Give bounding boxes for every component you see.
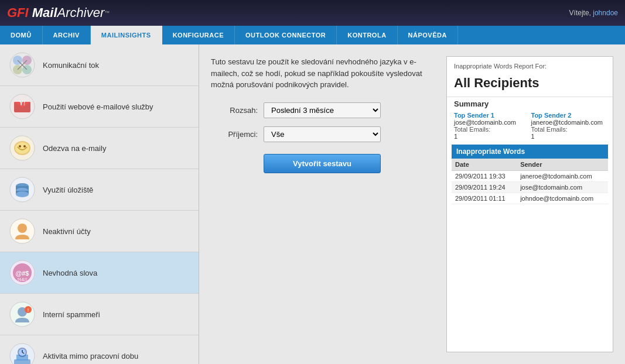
svg-point-14 (19, 145, 21, 147)
table-row: 29/09/2011 19:24jose@tcdomainb.com (452, 182, 608, 193)
table-row: 29/09/2011 01:11johndoe@tcdomainb.com (452, 193, 608, 204)
navigation: Domů Archiv MailInsights Konfigurace Out… (0, 26, 625, 44)
sidebar-item-pouziti-webove[interactable]: Y! Použití webové e-mailové služby (0, 86, 199, 128)
report-title: All Recipients (447, 75, 613, 97)
logo-gfi-text: GFI (7, 5, 29, 20)
recipients-label: Příjemci: (211, 130, 258, 139)
svg-text:@#$: @#$ (16, 270, 29, 277)
svg-text:!: ! (28, 307, 29, 313)
cell-sender: jose@tcdomainb.com (517, 182, 608, 193)
top-sender2-stat: Total Emails: (531, 126, 606, 133)
sidebar-label-nevhodna-slova: Nevhodná slova (43, 269, 97, 277)
cell-date: 29/09/2011 19:33 (452, 171, 517, 182)
content-area: Tuto sestavu lze použít ke sledování nev… (199, 44, 625, 364)
create-report-button[interactable]: Vytvořit sestavu (264, 154, 381, 173)
top-sender2-label: Top Sender 2 (531, 112, 606, 119)
report-preview: Inappropriate Words Report For: All Reci… (446, 56, 613, 352)
report-summary-grid: Top Sender 1 jose@tcdomainb.com Total Em… (447, 112, 613, 145)
col-header-sender: Sender (517, 159, 608, 171)
sidebar-label-uloziste: Využití úložiště (43, 186, 93, 194)
inappropriate-words-section: Inappropriate Words Date Sender 29/09/20… (452, 145, 608, 204)
inactive-icon (9, 218, 36, 245)
top-sender1-label: Top Sender 1 (454, 112, 529, 119)
report-header-text: Inappropriate Words Report For: (447, 57, 613, 75)
top-sender1-stat: Total Emails: (454, 126, 529, 133)
storage-icon (9, 176, 36, 203)
communication-icon (9, 51, 36, 78)
logo: GFI MailArchiver ™ (7, 5, 110, 20)
sidebar-item-uloziste[interactable]: Využití úložiště (0, 169, 199, 211)
cell-date: 29/09/2011 01:11 (452, 193, 517, 204)
top-sender2-block: Top Sender 2 janeroe@tcdomainb.com Total… (531, 112, 606, 140)
svg-text:Y!: Y! (19, 99, 26, 107)
sidebar-item-nevhodna-slova[interactable]: @#$ %&!! Nevhodná slova (0, 252, 199, 294)
logo-tm: ™ (104, 10, 110, 16)
webmail-icon: Y! (9, 93, 36, 120)
recipients-select[interactable]: Vše Vlastní (264, 126, 381, 142)
logo-mail-text: MailArchiver (29, 5, 105, 20)
top-sender2-count: 1 (531, 133, 606, 140)
response-icon (9, 135, 36, 162)
cell-date: 29/09/2011 19:24 (452, 182, 517, 193)
spam-icon: ! (9, 301, 36, 328)
nav-item-kontrola[interactable]: Kontrola (337, 26, 397, 44)
username-link[interactable]: johndoe (593, 9, 618, 17)
logo-gfi: GFI (7, 5, 29, 20)
nav-item-outlook-connector[interactable]: Outlook Connector (235, 26, 337, 44)
cell-sender: janeroe@tcdomainb.com (517, 171, 608, 182)
inappropriate-icon: @#$ %&!! (9, 259, 36, 286)
range-row: Rozsah: Poslední 3 měsíce Poslední měsíc… (211, 102, 435, 118)
svg-point-13 (15, 142, 29, 154)
svg-point-23 (18, 224, 27, 233)
welcome-text: Vítejte, (569, 9, 591, 17)
col-header-date: Date (452, 159, 517, 171)
sidebar-item-odezva[interactable]: Odezva na e-maily (0, 128, 199, 169)
table-row: 29/09/2011 19:33janeroe@tcdomainb.com (452, 171, 608, 182)
top-sender2-email: janeroe@tcdomainb.com (531, 119, 606, 126)
sidebar-item-spammeri[interactable]: ! Interní spammeři (0, 294, 199, 335)
header: GFI MailArchiver ™ Vítejte, johndoe (0, 0, 625, 26)
sidebar-item-komunikacni-tok[interactable]: Komunikační tok (0, 44, 199, 86)
nav-item-napoveda[interactable]: Nápověda (398, 26, 458, 44)
content-left: Tuto sestavu lze použít ke sledování nev… (211, 56, 435, 352)
report-table: Date Sender 29/09/2011 19:33janeroe@tcdo… (452, 159, 608, 204)
report-summary-title: Summary (447, 97, 613, 112)
svg-text:%&!!: %&!! (18, 277, 28, 282)
table-section-title: Inappropriate Words (452, 145, 608, 159)
nav-item-mailinsights[interactable]: MailInsights (91, 26, 162, 44)
top-sender1-count: 1 (454, 133, 529, 140)
nav-item-konfigurace[interactable]: Konfigurace (162, 26, 235, 44)
sidebar-item-neaktivni[interactable]: Neaktivní účty (0, 211, 199, 252)
cell-sender: johndoe@tcdomainb.com (517, 193, 608, 204)
header-user: Vítejte, johndoe (569, 9, 618, 17)
sidebar-label-komunikacni-tok: Komunikační tok (43, 61, 99, 70)
description-text: Tuto sestavu lze použít ke sledování nev… (211, 56, 433, 91)
range-select[interactable]: Poslední 3 měsíce Poslední měsíc Posledn… (264, 102, 381, 118)
top-sender1-email: jose@tcdomainb.com (454, 119, 529, 126)
offhours-icon (9, 342, 36, 364)
sidebar: Komunikační tok Y! Použití webové e-mail… (0, 44, 199, 364)
sidebar-label-aktivita-mimo: Aktivita mimo pracovní dobu (43, 352, 138, 360)
sidebar-label-odezva: Odezva na e-maily (43, 144, 106, 153)
sidebar-label-pouziti-webove: Použití webové e-mailové služby (43, 102, 153, 111)
top-sender1-block: Top Sender 1 jose@tcdomainb.com Total Em… (454, 112, 529, 140)
sidebar-item-aktivita-mimo[interactable]: Aktivita mimo pracovní dobu (0, 335, 199, 364)
sidebar-label-neaktivni: Neaktivní účty (43, 227, 91, 236)
range-label: Rozsah: (211, 106, 258, 115)
nav-item-archiv[interactable]: Archiv (43, 26, 91, 44)
svg-point-21 (16, 191, 29, 197)
recipients-row: Příjemci: Vše Vlastní (211, 126, 435, 142)
main-area: Komunikační tok Y! Použití webové e-mail… (0, 44, 625, 364)
svg-point-15 (23, 145, 26, 147)
nav-item-domu[interactable]: Domů (0, 26, 43, 44)
sidebar-label-spammeri: Interní spammeři (43, 310, 100, 319)
